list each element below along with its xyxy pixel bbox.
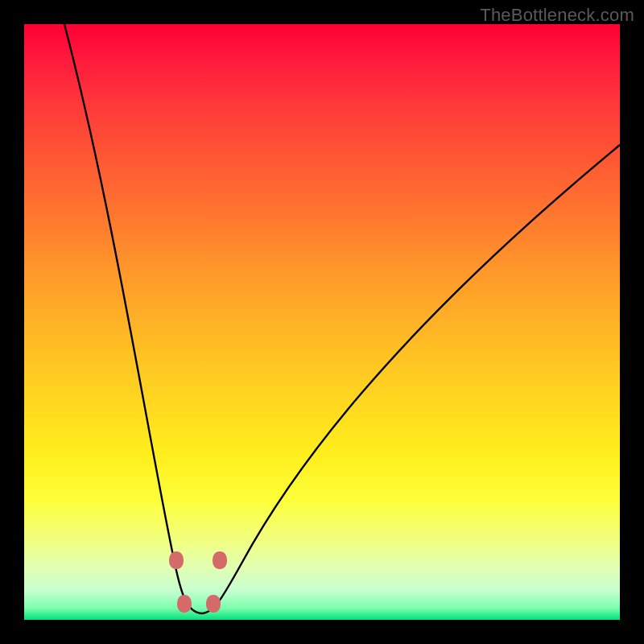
curve-marker xyxy=(206,595,221,613)
curve-marker xyxy=(213,551,227,569)
curve-marker xyxy=(169,551,184,569)
curve-left-branch xyxy=(64,24,201,613)
curve-marker xyxy=(177,595,192,613)
bottleneck-curve xyxy=(0,0,644,644)
curve-right-branch xyxy=(201,145,620,613)
